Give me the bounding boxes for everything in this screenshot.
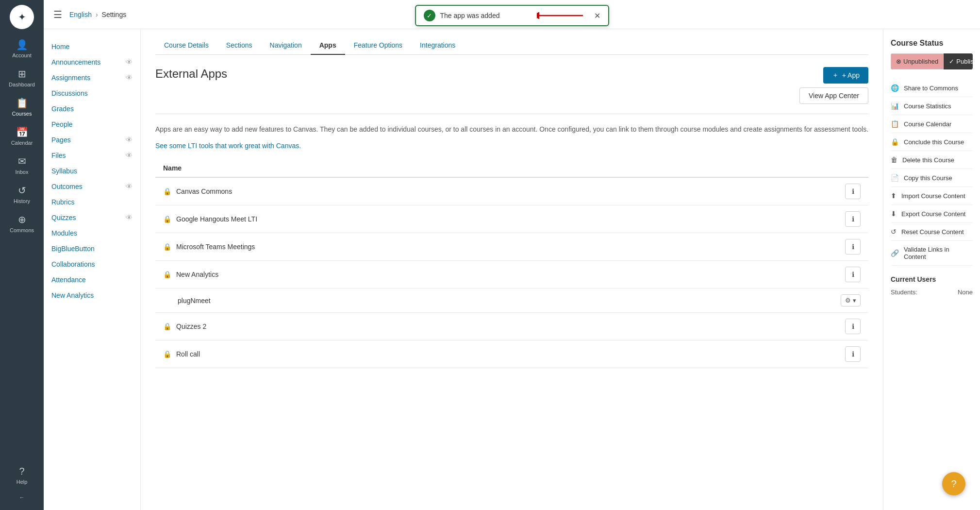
sidebar-item-syllabus[interactable]: Syllabus <box>44 163 140 179</box>
main-content: Course Details Sections Navigation Apps … <box>141 29 883 510</box>
app-gear-button[interactable]: ⚙▾ <box>841 294 861 306</box>
help-fab-button[interactable]: ? <box>942 472 965 495</box>
panel-action-label: Copy this Course <box>904 174 952 182</box>
publish-button[interactable]: ✓ Publish <box>944 53 973 69</box>
lti-tools-link[interactable]: See some LTI tools that work great with … <box>155 142 868 150</box>
sidebar-item-quizzes[interactable]: Quizzes 👁 <box>44 210 140 225</box>
apps-table: Name 🔒 Canvas Commons ℹ 🔒 Google Hangout… <box>155 159 868 368</box>
sidebar-item-help[interactable]: ? Help <box>0 461 44 490</box>
sidebar-item-courses[interactable]: 📋 Courses <box>0 92 44 121</box>
panel-actions: 🌐 Share to Commons📊 Course Statistics📋 C… <box>891 79 973 266</box>
sidebar-item-announcements[interactable]: Announcements 👁 <box>44 54 140 70</box>
panel-action-copy-this-course[interactable]: 📄 Copy this Course <box>891 169 973 187</box>
app-action-cell: ℹ <box>694 177 868 205</box>
sidebar-item-files[interactable]: Files 👁 <box>44 148 140 163</box>
app-info-button[interactable]: ℹ <box>845 319 861 334</box>
app-info-button[interactable]: ℹ <box>845 184 861 199</box>
app-info-button[interactable]: ℹ <box>845 239 861 255</box>
students-value: None <box>958 289 973 296</box>
notification-close-button[interactable]: ✕ <box>594 11 600 20</box>
app-logo: ✦ <box>10 5 34 29</box>
app-name-cell: 🔒 New Analytics <box>155 261 694 289</box>
sidebar-item-collaborations[interactable]: Collaborations <box>44 256 140 272</box>
section-header: External Apps ＋ + App View App Center <box>155 67 868 104</box>
sidebar-item-attendance[interactable]: Attendance <box>44 272 140 288</box>
sidebar-item-people[interactable]: People <box>44 117 140 132</box>
sidebar-item-account[interactable]: 👤 Account <box>0 34 44 63</box>
sidebar-item-bigbluebutton[interactable]: BigBlueButton <box>44 241 140 256</box>
panel-action-icon: ⬇ <box>891 210 897 218</box>
col-action-header <box>694 159 868 177</box>
lock-icon: 🔒 <box>163 323 171 330</box>
app-name-cell: 🔒 Google Hangouts Meet LTI <box>155 205 694 233</box>
sidebar-item-new-analytics[interactable]: New Analytics <box>44 288 140 303</box>
panel-action-icon: 🔗 <box>891 249 899 257</box>
sidebar-item-discussions[interactable]: Discussions <box>44 85 140 101</box>
sidebar-item-home[interactable]: Home <box>44 39 140 54</box>
sidebar-item-modules[interactable]: Modules <box>44 225 140 241</box>
top-bar: ☰ English › Settings ✓ The app was added <box>44 0 980 29</box>
panel-action-label: Course Statistics <box>904 102 951 110</box>
app-name: Canvas Commons <box>176 187 232 195</box>
sidebar-item-rubrics[interactable]: Rubrics <box>44 194 140 210</box>
right-panel: Course Status ⊗ Unpublished ✓ Publish 🌐 … <box>883 29 980 510</box>
course-status-title: Course Status <box>891 39 973 48</box>
app-name-cell: plugNmeet <box>155 289 694 313</box>
tab-sections[interactable]: Sections <box>217 36 261 55</box>
sidebar-item-dashboard[interactable]: ⊞ Dashboard <box>0 63 44 92</box>
tab-apps[interactable]: Apps <box>311 36 345 55</box>
assignments-visibility-icon: 👁 <box>126 74 133 82</box>
app-info-button[interactable]: ℹ <box>845 346 861 362</box>
hamburger-menu[interactable]: ☰ <box>53 9 62 20</box>
tab-feature-options[interactable]: Feature Options <box>345 36 411 55</box>
panel-action-import-course-content[interactable]: ⬆ Import Course Content <box>891 187 973 205</box>
app-info-button[interactable]: ℹ <box>845 211 861 227</box>
sidebar-item-outcomes[interactable]: Outcomes 👁 <box>44 179 140 194</box>
sidebar-item-assignments[interactable]: Assignments 👁 <box>44 70 140 85</box>
table-row: plugNmeet ⚙▾ <box>155 289 868 313</box>
lock-icon: 🔒 <box>163 243 171 251</box>
sidebar-item-grades[interactable]: Grades <box>44 101 140 117</box>
page-title: External Apps <box>155 67 227 81</box>
app-action-cell: ℹ <box>694 205 868 233</box>
panel-action-delete-this-course[interactable]: 🗑 Delete this Course <box>891 151 973 169</box>
view-app-center-button[interactable]: View App Center <box>799 87 868 104</box>
sidebar-item-calendar[interactable]: 📅 Calendar <box>0 121 44 151</box>
breadcrumb-english[interactable]: English <box>69 11 92 18</box>
panel-action-course-statistics[interactable]: 📊 Course Statistics <box>891 97 973 115</box>
app-name-cell: 🔒 Quizzes 2 <box>155 313 694 340</box>
app-action-cell: ℹ <box>694 340 868 368</box>
notification-check-icon: ✓ <box>424 10 435 21</box>
panel-action-label: Delete this Course <box>902 156 954 164</box>
panel-action-course-calendar[interactable]: 📋 Course Calendar <box>891 115 973 133</box>
sidebar-item-commons[interactable]: ⊕ Commons <box>0 209 44 238</box>
sidebar-item-pages[interactable]: Pages 👁 <box>44 132 140 148</box>
app-name: Google Hangouts Meet LTI <box>176 215 257 223</box>
nav-back-button[interactable]: ← <box>0 490 44 505</box>
app-action-cell: ℹ <box>694 261 868 289</box>
panel-action-export-course-content[interactable]: ⬇ Export Course Content <box>891 205 973 223</box>
add-app-button[interactable]: ＋ + App <box>823 67 868 84</box>
students-stat: Students: None <box>891 287 973 297</box>
app-action-cell: ℹ <box>694 313 868 340</box>
app-info-button[interactable]: ℹ <box>845 267 861 282</box>
unpublished-button[interactable]: ⊗ Unpublished <box>891 53 944 69</box>
sidebar-item-history[interactable]: ↺ History <box>0 180 44 209</box>
panel-action-reset-course-content[interactable]: ↺ Reset Course Content <box>891 223 973 241</box>
panel-action-validate-links-in-content[interactable]: 🔗 Validate Links in Content <box>891 241 973 266</box>
panel-action-share-to-commons[interactable]: 🌐 Share to Commons <box>891 79 973 97</box>
tab-navigation[interactable]: Navigation <box>261 36 311 55</box>
sidebar-item-inbox[interactable]: ✉ Inbox <box>0 151 44 180</box>
commons-icon: ⊕ <box>18 214 26 225</box>
back-icon: ← <box>19 494 25 500</box>
outcomes-visibility-icon: 👁 <box>126 183 133 190</box>
plus-icon: ＋ <box>832 71 839 80</box>
gear-dropdown-arrow: ▾ <box>853 297 856 304</box>
tab-course-details[interactable]: Course Details <box>155 36 217 55</box>
notification-arrow <box>537 12 585 19</box>
tab-integrations[interactable]: Integrations <box>411 36 464 55</box>
app-name: plugNmeet <box>178 297 211 305</box>
lock-icon: 🔒 <box>163 271 171 278</box>
panel-action-conclude-this-course[interactable]: 🔒 Conclude this Course <box>891 133 973 151</box>
panel-action-icon: 🗑 <box>891 156 897 164</box>
